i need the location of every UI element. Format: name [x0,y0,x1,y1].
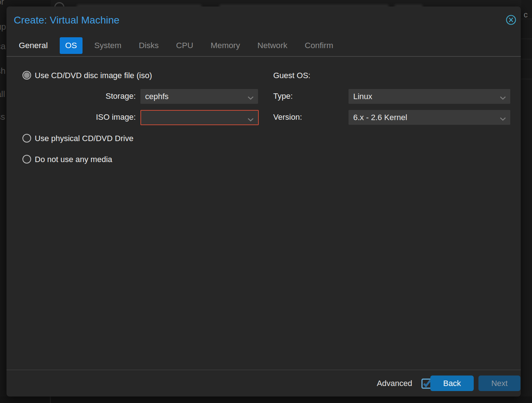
tab-network[interactable]: Network [257,41,287,50]
chevron-down-icon [248,95,254,101]
tab-memory[interactable]: Memory [211,41,240,50]
background-bottom-strip [0,396,532,403]
background-text-fragment: up [0,22,6,32]
storage-label: Storage: [7,92,136,101]
radio-physical-drive-label: Use physical CD/DVD Drive [35,134,134,143]
create-vm-dialog: Create: Virtual Machine General OS Syste… [7,7,521,396]
tab-cpu[interactable]: CPU [176,41,194,50]
tab-disks[interactable]: Disks [139,41,159,50]
dialog-title: Create: Virtual Machine [14,14,119,26]
background-text-fragment: ca [0,41,5,51]
advanced-label: Advanced [377,379,412,388]
close-icon[interactable] [506,14,516,25]
radio-use-iso[interactable] [22,71,31,80]
background-sidebar-divider [50,396,51,403]
background-text-fragment: ss [0,112,5,122]
background-row-divider [521,79,532,79]
radio-physical-drive[interactable] [22,134,31,143]
chevron-down-icon [500,95,506,101]
storage-select[interactable]: cephfs [140,89,258,104]
background-text-fragment: sh [0,66,5,76]
tab-general[interactable]: General [19,41,48,50]
guest-os-heading: Guest OS: [273,71,311,80]
screen: c or up ca sh all ss Create: Virtual Mac… [0,0,532,403]
version-label: Version: [273,113,302,122]
os-type-select[interactable]: Linux [349,89,510,104]
background-right-strip [521,0,532,403]
iso-image-select[interactable] [140,110,259,125]
background-text-fragment: or [0,0,4,7]
chevron-down-icon [500,116,506,122]
chevron-down-icon [248,116,254,123]
tab-system[interactable]: System [94,41,122,50]
os-version-select[interactable]: 6.x - 2.6 Kernel [349,110,510,125]
background-text-fragment: all [0,89,5,99]
background-row-divider [521,59,532,59]
os-version-value: 6.x - 2.6 Kernel [353,110,407,125]
background-row-divider [521,39,532,39]
type-label: Type: [273,92,293,101]
radio-no-media-label: Do not use any media [35,155,112,164]
background-text-fragment: c [524,10,528,20]
divider [7,370,521,370]
iso-image-label: ISO image: [7,113,136,122]
radio-no-media[interactable] [22,155,31,164]
radio-use-iso-label: Use CD/DVD disc image file (iso) [35,71,152,80]
storage-value: cephfs [145,89,169,104]
wizard-tabbar: General OS System Disks CPU Memory Netwo… [19,37,351,54]
next-button[interactable]: Next [478,376,520,391]
tab-confirm[interactable]: Confirm [305,41,333,50]
divider [7,56,521,57]
os-type-value: Linux [353,89,372,104]
tab-os[interactable]: OS [60,37,83,54]
back-button[interactable]: Back [430,376,474,391]
